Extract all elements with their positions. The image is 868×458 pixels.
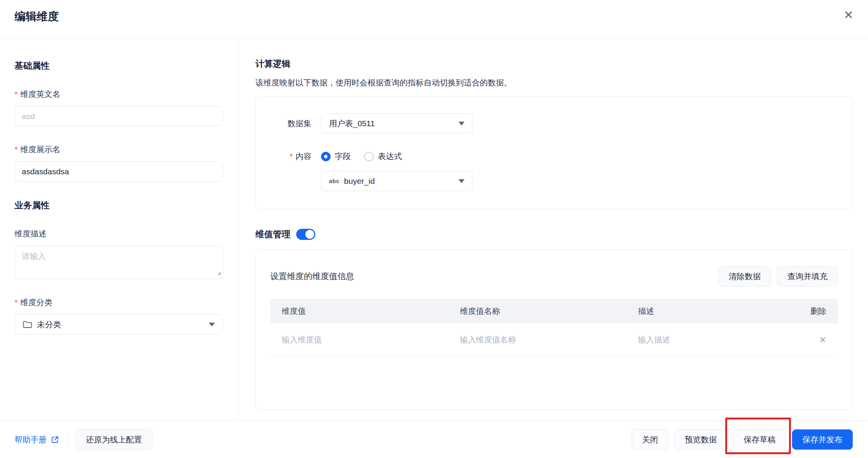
dataset-select[interactable]: 用户表_0511 xyxy=(321,113,473,133)
resize-grip-icon[interactable] xyxy=(216,270,221,277)
name-input-cell[interactable]: 输入维度值名称 xyxy=(449,334,627,345)
display-name-label-text: 维度展示名 xyxy=(20,144,60,155)
preview-data-button[interactable]: 预览数据 xyxy=(674,429,727,450)
col-header-name: 维度值名称 xyxy=(449,306,627,317)
content-radio-group: 字段 表达式 xyxy=(321,151,402,162)
required-asterisk: * xyxy=(15,90,18,99)
calc-logic-panel: 计算逻辑 该维度映射以下数据，使用时会根据查询的指标自动切换到适合的数据。 数据… xyxy=(238,39,868,421)
col-header-desc: 描述 xyxy=(627,306,802,317)
calc-logic-card: 数据集 用户表_0511 * 内容 字段 xyxy=(255,96,853,209)
category-label: * 维度分类 xyxy=(15,297,223,308)
calc-logic-subtitle: 该维度映射以下数据，使用时会根据查询的指标自动切换到适合的数据。 xyxy=(255,77,853,88)
query-fill-button[interactable]: 查询并填充 xyxy=(777,266,838,286)
radio-selected-icon[interactable] xyxy=(321,152,331,161)
dialog-body: 基础属性 * 维度英文名 * 维度展示名 业务属性 维度描述 xyxy=(0,39,868,421)
required-asterisk: * xyxy=(15,145,18,154)
category-value: 未分类 xyxy=(37,319,61,330)
dataset-label: 数据集 xyxy=(256,118,311,129)
external-link-icon xyxy=(51,436,59,444)
edit-dimension-dialog: 编辑维度 ✕ 基础属性 * 维度英文名 * 维度展示名 业务属性 xyxy=(0,0,868,458)
dropdown-arrow-icon xyxy=(458,122,465,125)
basic-section-title: 基础属性 xyxy=(15,60,223,72)
dataset-row: 数据集 用户表_0511 xyxy=(256,113,852,133)
value-management-toggle[interactable] xyxy=(296,229,315,240)
save-publish-button[interactable]: 保存并发布 xyxy=(792,429,853,450)
description-label: 维度描述 xyxy=(15,228,223,239)
desc-input-cell[interactable]: 输入描述 xyxy=(627,334,802,345)
dialog-header: 编辑维度 ✕ xyxy=(0,0,868,39)
help-manual-label: 帮助手册 xyxy=(15,434,47,445)
content-label-text: 内容 xyxy=(295,151,311,162)
description-group: 维度描述 xyxy=(15,228,223,279)
display-name-label: * 维度展示名 xyxy=(15,144,223,155)
restore-online-config-button[interactable]: 还原为线上配置 xyxy=(76,429,152,450)
dataset-label-text: 数据集 xyxy=(287,118,311,129)
string-type-icon: abc xyxy=(329,178,339,184)
value-management-title: 维值管理 xyxy=(255,228,290,240)
radio-expression-label: 表达式 xyxy=(378,151,402,162)
required-asterisk: * xyxy=(290,152,293,161)
value-management-card-header: 设置维度的维度值信息 清除数据 查询并填充 xyxy=(270,266,838,286)
value-management-actions: 清除数据 查询并填充 xyxy=(718,266,838,286)
content-row: * 内容 字段 表达式 xyxy=(256,151,852,162)
description-label-text: 维度描述 xyxy=(15,228,47,239)
radio-unselected-icon[interactable] xyxy=(364,152,374,161)
footer-divider xyxy=(67,434,68,445)
content-label: * 内容 xyxy=(256,151,311,162)
value-management-hint: 设置维度的维度值信息 xyxy=(270,271,354,282)
field-select[interactable]: abc buyer_id xyxy=(321,171,473,191)
value-input-cell[interactable]: 输入维度值 xyxy=(270,334,449,345)
close-icon[interactable]: ✕ xyxy=(844,9,853,21)
value-management-header: 维值管理 xyxy=(255,228,853,240)
category-select[interactable]: 未分类 xyxy=(15,314,223,334)
required-asterisk: * xyxy=(15,298,18,307)
folder-icon xyxy=(23,320,32,329)
english-name-label-text: 维度英文名 xyxy=(20,89,60,100)
radio-field-label: 字段 xyxy=(335,151,351,162)
table-row: 输入维度值 输入维度值名称 输入描述 ✕ xyxy=(270,323,838,357)
help-manual-link[interactable]: 帮助手册 xyxy=(15,434,59,445)
display-name-group: * 维度展示名 xyxy=(15,144,223,182)
dialog-title: 编辑维度 xyxy=(15,9,853,24)
table-header-row: 维度值 维度值名称 描述 删除 xyxy=(270,299,838,323)
business-section-title: 业务属性 xyxy=(15,199,223,211)
english-name-label: * 维度英文名 xyxy=(15,89,223,100)
dimension-values-table: 维度值 维度值名称 描述 删除 输入维度值 输入维度值名称 输入描述 ✕ xyxy=(270,299,838,357)
category-group: * 维度分类 未分类 xyxy=(15,297,223,334)
field-value: buyer_id xyxy=(344,177,375,186)
english-name-input[interactable] xyxy=(15,106,223,126)
footer-actions: 关闭 预览数据 保存草稿 保存并发布 xyxy=(632,429,853,450)
col-header-delete: 删除 xyxy=(802,306,838,317)
basic-properties-panel: 基础属性 * 维度英文名 * 维度展示名 业务属性 维度描述 xyxy=(0,39,238,421)
field-row: abc buyer_id xyxy=(256,171,852,191)
save-draft-wrapper: 保存草稿 xyxy=(733,429,786,450)
category-label-text: 维度分类 xyxy=(20,297,52,308)
clear-data-button[interactable]: 清除数据 xyxy=(718,266,771,286)
col-header-value: 维度值 xyxy=(270,306,449,317)
delete-cell: ✕ xyxy=(802,335,838,345)
value-management-card: 设置维度的维度值信息 清除数据 查询并填充 维度值 维度值名称 描述 删除 输入… xyxy=(255,250,853,410)
display-name-input[interactable] xyxy=(15,161,223,182)
description-textarea[interactable] xyxy=(15,246,223,279)
dropdown-arrow-icon xyxy=(458,179,465,183)
close-button[interactable]: 关闭 xyxy=(632,429,668,450)
delete-row-icon[interactable]: ✕ xyxy=(819,335,826,345)
dropdown-arrow-icon xyxy=(209,323,215,326)
radio-field[interactable]: 字段 xyxy=(321,151,351,162)
dataset-value: 用户表_0511 xyxy=(329,118,375,129)
calc-logic-title: 计算逻辑 xyxy=(255,58,853,70)
toggle-knob xyxy=(305,230,314,239)
save-draft-button[interactable]: 保存草稿 xyxy=(733,429,786,450)
radio-expression[interactable]: 表达式 xyxy=(364,151,402,162)
english-name-group: * 维度英文名 xyxy=(15,89,223,126)
dialog-footer: 帮助手册 还原为线上配置 关闭 预览数据 保存草稿 保存并发布 xyxy=(0,421,868,458)
